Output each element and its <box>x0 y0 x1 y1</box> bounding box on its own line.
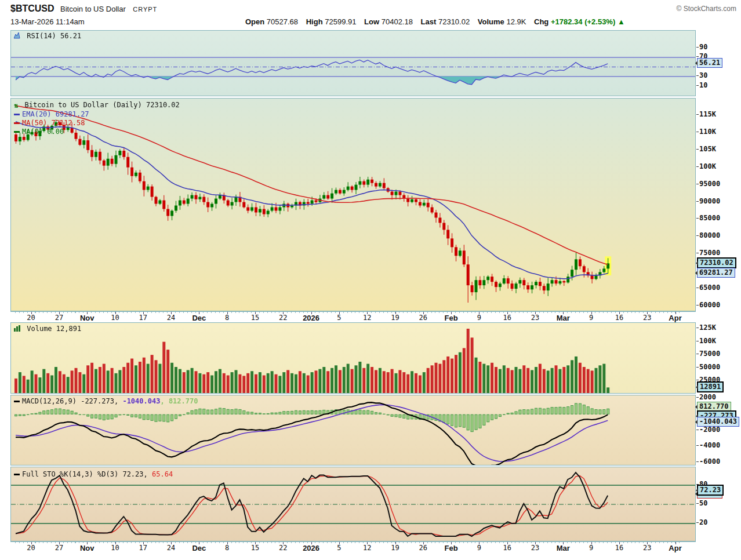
price-axis-label: 90000 <box>699 197 720 205</box>
date-tick-mark <box>507 542 508 544</box>
sto-value-box: 72.23 <box>697 485 724 496</box>
sto-d-value: 65.64 <box>152 470 173 478</box>
date-tick-mark <box>115 312 116 314</box>
date-tick-label: Mar <box>557 314 570 322</box>
price-plot-canvas[interactable] <box>11 99 695 311</box>
chg-up-arrow-icon: ▲ <box>618 17 625 26</box>
date-tick-label: 19 <box>391 314 399 322</box>
date-tick-label: 24 <box>167 544 175 552</box>
date-tick-label: 10 <box>111 544 119 552</box>
last-value: 72310.02 <box>438 17 470 26</box>
date-tick-label: 17 <box>139 544 147 552</box>
stochastics-plot-canvas[interactable] <box>11 467 695 541</box>
macd-plot-canvas[interactable] <box>11 395 695 465</box>
rsi-legend-text: RSI(14) 56.21 <box>27 32 81 40</box>
volume-bars-icon <box>14 325 20 333</box>
macd-signal-value: -1040.043 <box>122 397 160 405</box>
date-tick-mark <box>675 312 676 314</box>
date-tick-label: 23 <box>531 544 539 552</box>
low-value: 70402.18 <box>382 17 413 26</box>
volume-axis-label: 50000 <box>699 363 720 371</box>
date-tick-mark <box>199 312 199 314</box>
rsi-axis-label: 90 <box>699 43 707 51</box>
stochastics-panel: Full STO %K(14,3) %D(3) 72.23, 65.64 <box>10 467 696 541</box>
ema-swatch <box>14 114 20 115</box>
volume-legend-text: Volume 12,891 <box>27 325 81 333</box>
date-tick-mark <box>143 312 144 314</box>
date-tick-label: 20 <box>27 314 35 322</box>
date-tick-label: 23 <box>531 314 539 322</box>
price-axis-label: 100K <box>699 162 716 170</box>
date-tick-mark <box>87 312 88 314</box>
date-tick-label: 15 <box>251 544 259 552</box>
sto-legend: Full STO %K(14,3) %D(3) 72.23, 65.64 <box>14 470 173 478</box>
price-axis-label: 60000 <box>699 301 720 309</box>
date-tick-label: Nov <box>80 544 95 552</box>
date-tick-label: 27 <box>55 544 63 552</box>
date-tick-mark <box>535 542 536 544</box>
price-axis-label: 85000 <box>699 214 720 222</box>
date-tick-mark <box>619 542 620 544</box>
price-axis-label: 115K <box>699 110 716 118</box>
ma50-legend-text: MA(50) 72112.58 <box>22 119 85 127</box>
open-value: 70527.68 <box>267 17 298 26</box>
price-axis-label: 80000 <box>699 231 720 239</box>
macd-value: -227.273 <box>81 397 114 405</box>
macd-axis-label: 2000 <box>699 393 716 401</box>
date-tick-label: 16 <box>615 544 623 552</box>
ma50-legend: MA(50) 72112.58 <box>14 119 85 127</box>
macd-name: MACD(12,26,9) <box>22 397 77 405</box>
date-tick-label: 12 <box>363 544 371 552</box>
chart-header: $BTCUSD Bitcoin to US Dollar CRYPT <box>10 3 735 15</box>
macd-axis-label: -6000 <box>699 457 720 466</box>
ma0-legend: MA(0) 0.00 <box>14 128 64 136</box>
volume-plot-canvas[interactable] <box>11 323 695 393</box>
date-tick-mark <box>227 312 228 314</box>
date-tick-label: 8 <box>225 314 229 322</box>
volume-axis-label: 125K <box>699 323 716 332</box>
date-tick-label: 22 <box>279 314 287 322</box>
volume-axis-label: 75000 <box>699 350 720 358</box>
date-tick-mark <box>283 312 284 314</box>
candlestick-type-icon: ⇅ <box>14 101 18 110</box>
date-tick-mark <box>311 542 312 544</box>
date-tick-label: 9 <box>589 544 593 552</box>
volume-value: 12.9K <box>506 17 526 26</box>
date-tick-mark <box>479 542 480 544</box>
date-tick-label: 27 <box>55 314 63 322</box>
date-tick-mark <box>59 312 60 314</box>
date-tick-mark <box>563 312 564 314</box>
rsi-legend: RSI(14) 56.21 <box>14 32 81 41</box>
chg-value: +1782.34 (+2.53%) <box>551 17 615 26</box>
rsi-plot-canvas[interactable] <box>11 31 695 96</box>
date-tick-label: 9 <box>589 314 593 322</box>
date-tick-mark <box>563 542 564 544</box>
date-tick-label: 5 <box>337 314 341 322</box>
volume-label: Volume <box>478 17 504 26</box>
date-tick-mark <box>591 542 592 544</box>
date-tick-mark <box>339 312 340 314</box>
price-axis-label: 110K <box>699 128 716 136</box>
ma50-swatch <box>14 122 20 124</box>
date-tick-mark <box>115 542 116 544</box>
ema-legend: EMA(20) 69281.27 <box>14 110 89 118</box>
date-tick-mark <box>535 312 536 314</box>
volume-value-box: 12891 <box>697 381 724 392</box>
date-tick-mark <box>395 542 396 544</box>
price-title-row: ⇅ Bitcoin to US Dollar (Daily) 72310.02 <box>14 101 180 110</box>
date-tick-label: 15 <box>251 314 259 322</box>
ma0-swatch <box>14 131 20 133</box>
date-tick-mark <box>311 312 312 314</box>
date-tick-label: Feb <box>445 314 458 322</box>
price-axis-label: 95000 <box>699 180 720 188</box>
rsi-panel: RSI(14) 56.21 <box>10 30 696 96</box>
date-tick-mark <box>255 542 256 544</box>
date-tick-mark <box>31 312 32 314</box>
symbol: $BTCUSD <box>10 3 55 13</box>
open-label: Open <box>245 17 264 26</box>
date-tick-mark <box>451 542 452 544</box>
macd-swatch <box>14 401 20 402</box>
date-tick-mark <box>31 542 32 544</box>
date-tick-label: 2026 <box>303 314 319 322</box>
date-axis-middle: 2027Nov101724Dec8152220265121926Feb91623… <box>10 311 696 323</box>
